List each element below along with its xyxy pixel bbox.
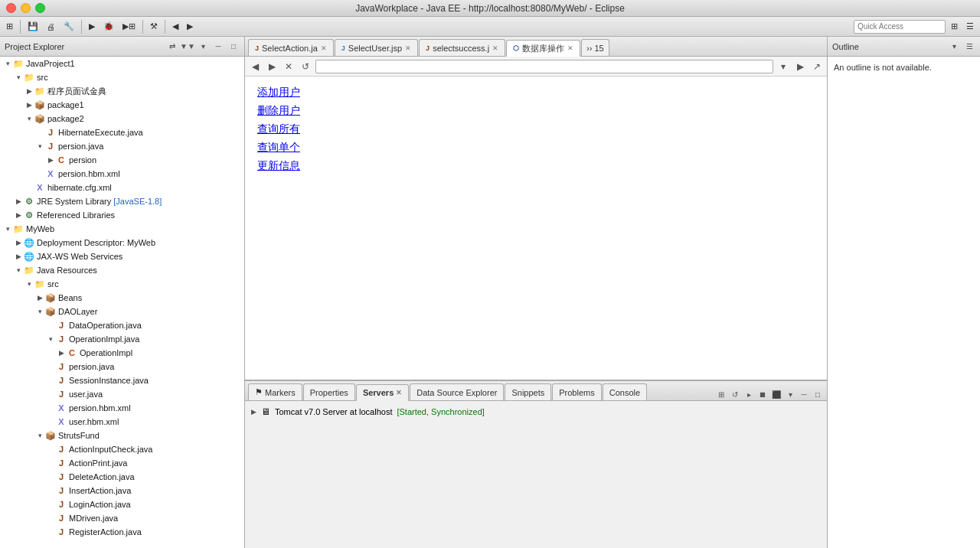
bottom-toolbar-btn-3[interactable]: ⏹ (756, 388, 769, 400)
close-button[interactable] (6, 3, 16, 13)
tree-item-user_hbm[interactable]: Xuser.hbm.xml (0, 415, 244, 429)
bottom-tab-servers[interactable]: Servers ✕ (356, 384, 409, 401)
tree-item-hibernate[interactable]: JHibernateExecute.java (0, 126, 244, 139)
tab-label-selectuser: SelectUser.jsp (348, 44, 402, 53)
outline-menu-button[interactable]: ▾ (948, 41, 960, 53)
tree-item-persion_java[interactable]: ▾Jpersion.java (0, 139, 244, 153)
tree-item-user_java[interactable]: Juser.java (0, 387, 244, 401)
browser-link-查询所有[interactable]: 查询所有 (257, 122, 815, 136)
url-dropdown-button[interactable]: ▾ (776, 60, 790, 73)
debug-last-button[interactable]: 🐞 (100, 19, 117, 34)
print-button[interactable]: 🖨 (44, 19, 58, 34)
tree-item-mdriven[interactable]: JMDriven.java (0, 511, 244, 525)
perspectives-button[interactable]: ⊞ (948, 19, 961, 34)
browser-link-添加用户[interactable]: 添加用户 (257, 86, 815, 99)
task-list-button[interactable]: ☰ (963, 41, 975, 53)
tree-item-dataop[interactable]: JDataOperation.java (0, 318, 244, 332)
url-input[interactable]: http://localhost:8080/MyWeb/DataOperate.… (315, 60, 773, 73)
tab-close-selectaction[interactable]: ✕ (321, 44, 327, 52)
tree-item-java_resources[interactable]: ▾📁Java Resources (0, 263, 244, 277)
bottom-tab-close-servers[interactable]: ✕ (396, 389, 402, 396)
panel-menu-button[interactable]: ▾ (197, 41, 209, 53)
tree-item-actioninput[interactable]: JActionInputCheck.java (0, 442, 244, 456)
build-button[interactable]: ⚒ (147, 19, 161, 34)
tab-selectuser[interactable]: JSelectUser.jsp✕ (335, 39, 418, 56)
bottom-tab-snippets[interactable]: Snippets (505, 383, 551, 400)
tree-item-persion2[interactable]: Jpersion.java (0, 360, 244, 373)
tree-item-deleteaction[interactable]: JDeleteAction.java (0, 470, 244, 484)
open-external-button[interactable]: ↗ (810, 60, 824, 73)
bottom-tab-problems[interactable]: Problems (552, 383, 601, 400)
tab-close-selectuser[interactable]: ✕ (405, 44, 411, 52)
bottom-toolbar-btn-4[interactable]: ⬛ (770, 388, 782, 400)
tree-item-insertaction[interactable]: JInsertAction.java (0, 484, 244, 497)
prev-edit-button[interactable]: ◀ (169, 19, 181, 34)
tree-item-pkg2[interactable]: ▾📦package2 (0, 112, 244, 126)
tree-item-actionprint[interactable]: JActionPrint.java (0, 456, 244, 470)
sync-button[interactable]: ⇄ (166, 41, 178, 53)
tree-arrow-daolayer: ▾ (35, 308, 44, 315)
tree-item-persion_hbm2[interactable]: Xpersion.hbm.xml (0, 401, 244, 415)
tree-item-persion_hbm[interactable]: Xpersion.hbm.xml (0, 167, 244, 181)
tree-item-operimpl[interactable]: ▾JOperationImpl.java (0, 332, 244, 346)
tree-item-deployment[interactable]: ▶🌐Deployment Descriptor: MyWeb (0, 236, 244, 250)
tree-item-operimpl_class[interactable]: ▶COperationImpl (0, 346, 244, 360)
tab-dataoperate[interactable]: ⬡数据库操作✕ (506, 40, 580, 57)
taskbar-button[interactable]: ☰ (963, 19, 977, 34)
save-button[interactable]: 💾 (24, 19, 41, 34)
quick-access-input[interactable] (854, 20, 946, 34)
open-browser-button[interactable]: ▶ (793, 60, 807, 73)
tree-item-persion_class[interactable]: ▶Cpersion (0, 153, 244, 167)
maximize-button[interactable] (35, 3, 45, 13)
minimize-button[interactable] (21, 3, 31, 13)
bottom-toolbar-btn-0[interactable]: ⊞ (715, 388, 727, 400)
tree-item-src1[interactable]: ▾📁src (0, 70, 244, 84)
tab-close-selectsuccess[interactable]: ✕ (492, 44, 498, 52)
bottom-tab-properties[interactable]: Properties (303, 383, 355, 400)
tree-item-pkg1[interactable]: ▶📦package1 (0, 98, 244, 112)
tree-item-myweb[interactable]: ▾📁MyWeb (0, 222, 244, 236)
browser-link-更新信息[interactable]: 更新信息 (257, 159, 815, 173)
tree-item-registeraction[interactable]: JRegisterAction.java (0, 525, 244, 539)
tree-item-session[interactable]: JSessionInstance.java (0, 373, 244, 387)
browser-link-删除用户[interactable]: 删除用户 (257, 104, 815, 118)
new-button[interactable]: ⊞ (3, 19, 16, 34)
tab-selectsuccess[interactable]: Jselectsuccess.j✕ (419, 39, 505, 56)
tree-item-project1[interactable]: ▾📁JavaProject1 (0, 57, 244, 70)
tree-item-reflibrary[interactable]: ▶⚙Referenced Libraries (0, 208, 244, 222)
tree-item-strutsfund[interactable]: ▾📦StrutsFund (0, 429, 244, 442)
forward-button[interactable]: ▶ (265, 60, 279, 73)
tree-item-jre[interactable]: ▶⚙JRE System Library [JavaSE-1.8] (0, 194, 244, 208)
tab-overflow[interactable]: ›› 15 (581, 39, 609, 56)
stop-button[interactable]: ✕ (282, 60, 296, 73)
tree-item-beans[interactable]: ▶📦Beans (0, 291, 244, 305)
bottom-toolbar-btn-6[interactable]: ─ (798, 388, 810, 400)
bottom-tab-datasource[interactable]: Data Source Explorer (410, 383, 504, 400)
tree-item-daolayer[interactable]: ▾📦DAOLayer (0, 305, 244, 318)
tree-item-loginaction[interactable]: JLoginAction.java (0, 497, 244, 511)
bottom-tab-markers[interactable]: ⚑Markers (248, 383, 302, 400)
bottom-toolbar-btn-2[interactable]: ▸ (743, 388, 755, 400)
props-button[interactable]: 🔧 (60, 19, 77, 34)
tree-item-jaxws[interactable]: ▶🌐JAX-WS Web Services (0, 250, 244, 263)
bottom-tab-console[interactable]: Console (603, 383, 647, 400)
maximize-panel-button[interactable]: □ (227, 41, 240, 53)
run-config-button[interactable]: ▶⊞ (119, 19, 139, 34)
server-row[interactable]: ▶🖥Tomcat v7.0 Server at localhost[Starte… (251, 404, 821, 419)
bottom-toolbar-btn-7[interactable]: □ (812, 388, 824, 400)
back-button[interactable]: ◀ (248, 60, 262, 73)
tree-item-hibernate_cfg[interactable]: Xhibernate.cfg.xml (0, 181, 244, 194)
refresh-button[interactable]: ↺ (299, 60, 312, 73)
minimize-panel-button[interactable]: ─ (212, 41, 224, 53)
next-edit-button[interactable]: ▶ (184, 19, 196, 34)
browser-link-查询单个[interactable]: 查询单个 (257, 141, 815, 155)
tab-close-dataoperate[interactable]: ✕ (567, 44, 573, 52)
run-last-button[interactable]: ▶ (86, 19, 98, 34)
tree-arrow-deployment: ▶ (14, 239, 23, 246)
bottom-toolbar-btn-1[interactable]: ↺ (729, 388, 741, 400)
collapse-all-button[interactable]: ▼▼ (181, 41, 194, 53)
tree-item-programs[interactable]: ▶📁程序员面试金典 (0, 84, 244, 98)
tab-selectaction[interactable]: JSelectAction.ja✕ (248, 39, 334, 56)
bottom-toolbar-btn-5[interactable]: ▾ (784, 388, 796, 400)
tree-item-src2[interactable]: ▾📁src (0, 277, 244, 291)
